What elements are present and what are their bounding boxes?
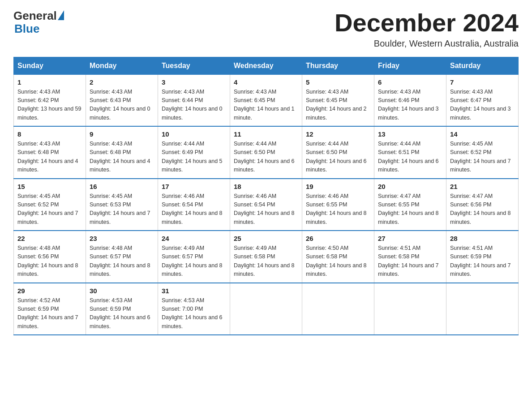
calendar-cell [374, 283, 446, 335]
weekday-header-thursday: Thursday [302, 57, 374, 74]
calendar-cell: 21Sunrise: 4:47 AMSunset: 6:56 PMDayligh… [446, 179, 519, 231]
calendar-cell: 2Sunrise: 4:43 AMSunset: 6:43 PMDaylight… [86, 74, 158, 126]
day-number: 25 [234, 235, 298, 242]
day-info: Sunrise: 4:43 AMSunset: 6:48 PMDaylight:… [90, 140, 154, 175]
calendar-cell [302, 283, 374, 335]
day-number: 3 [162, 78, 226, 86]
day-number: 23 [90, 235, 154, 242]
day-number: 14 [450, 130, 515, 138]
day-number: 9 [90, 130, 154, 138]
calendar-cell: 23Sunrise: 4:48 AMSunset: 6:57 PMDayligh… [86, 231, 158, 283]
logo-blue-text: Blue [14, 22, 39, 35]
day-number: 4 [234, 78, 298, 86]
day-info: Sunrise: 4:43 AMSunset: 6:46 PMDaylight:… [378, 88, 442, 123]
day-number: 27 [378, 235, 442, 242]
day-number: 6 [378, 78, 442, 86]
weekday-header-saturday: Saturday [446, 57, 519, 74]
day-number: 18 [234, 183, 298, 190]
day-info: Sunrise: 4:46 AMSunset: 6:54 PMDaylight:… [234, 192, 298, 227]
calendar-cell: 29Sunrise: 4:52 AMSunset: 6:59 PMDayligh… [14, 283, 86, 335]
calendar-cell: 7Sunrise: 4:43 AMSunset: 6:47 PMDaylight… [446, 74, 519, 126]
calendar-cell: 5Sunrise: 4:43 AMSunset: 6:45 PMDaylight… [302, 74, 374, 126]
weekday-header-tuesday: Tuesday [158, 57, 230, 74]
day-number: 8 [17, 130, 82, 138]
calendar-cell: 20Sunrise: 4:47 AMSunset: 6:55 PMDayligh… [374, 179, 446, 231]
calendar-cell: 19Sunrise: 4:46 AMSunset: 6:55 PMDayligh… [302, 179, 374, 231]
calendar-cell: 4Sunrise: 4:43 AMSunset: 6:45 PMDaylight… [230, 74, 302, 126]
calendar-header-row: SundayMondayTuesdayWednesdayThursdayFrid… [14, 57, 519, 74]
day-number: 24 [162, 235, 226, 242]
title-block: December 2024 Boulder, Western Australia… [335, 9, 519, 49]
calendar-cell: 24Sunrise: 4:49 AMSunset: 6:57 PMDayligh… [158, 231, 230, 283]
day-info: Sunrise: 4:47 AMSunset: 6:55 PMDaylight:… [378, 192, 442, 227]
calendar-cell: 28Sunrise: 4:51 AMSunset: 6:59 PMDayligh… [446, 231, 519, 283]
calendar-cell: 30Sunrise: 4:53 AMSunset: 6:59 PMDayligh… [86, 283, 158, 335]
day-info: Sunrise: 4:43 AMSunset: 6:48 PMDaylight:… [17, 140, 82, 175]
calendar-cell [446, 283, 519, 335]
day-info: Sunrise: 4:51 AMSunset: 6:59 PMDaylight:… [450, 244, 515, 279]
calendar-cell: 10Sunrise: 4:44 AMSunset: 6:49 PMDayligh… [158, 126, 230, 179]
day-info: Sunrise: 4:53 AMSunset: 7:00 PMDaylight:… [162, 296, 226, 331]
calendar-cell: 25Sunrise: 4:49 AMSunset: 6:58 PMDayligh… [230, 231, 302, 283]
calendar-cell: 13Sunrise: 4:44 AMSunset: 6:51 PMDayligh… [374, 126, 446, 179]
day-info: Sunrise: 4:43 AMSunset: 6:45 PMDaylight:… [234, 88, 298, 123]
calendar-cell: 18Sunrise: 4:46 AMSunset: 6:54 PMDayligh… [230, 179, 302, 231]
day-info: Sunrise: 4:47 AMSunset: 6:56 PMDaylight:… [450, 192, 515, 227]
day-info: Sunrise: 4:49 AMSunset: 6:58 PMDaylight:… [234, 244, 298, 279]
calendar-cell: 6Sunrise: 4:43 AMSunset: 6:46 PMDaylight… [374, 74, 446, 126]
day-info: Sunrise: 4:45 AMSunset: 6:52 PMDaylight:… [450, 140, 515, 175]
day-info: Sunrise: 4:44 AMSunset: 6:51 PMDaylight:… [378, 140, 442, 175]
day-number: 30 [90, 287, 154, 295]
day-number: 16 [90, 183, 154, 190]
day-info: Sunrise: 4:46 AMSunset: 6:54 PMDaylight:… [162, 192, 226, 227]
day-info: Sunrise: 4:45 AMSunset: 6:52 PMDaylight:… [17, 192, 82, 227]
logo-general-text: General [13, 9, 57, 23]
calendar-cell: 3Sunrise: 4:43 AMSunset: 6:44 PMDaylight… [158, 74, 230, 126]
weekday-header-sunday: Sunday [14, 57, 86, 74]
calendar-cell: 11Sunrise: 4:44 AMSunset: 6:50 PMDayligh… [230, 126, 302, 179]
day-number: 20 [378, 183, 442, 190]
calendar-cell [230, 283, 302, 335]
day-number: 11 [234, 130, 298, 138]
day-info: Sunrise: 4:43 AMSunset: 6:42 PMDaylight:… [17, 88, 82, 123]
calendar-cell: 17Sunrise: 4:46 AMSunset: 6:54 PMDayligh… [158, 179, 230, 231]
day-info: Sunrise: 4:53 AMSunset: 6:59 PMDaylight:… [90, 296, 154, 331]
day-info: Sunrise: 4:45 AMSunset: 6:53 PMDaylight:… [90, 192, 154, 227]
calendar-cell: 9Sunrise: 4:43 AMSunset: 6:48 PMDaylight… [86, 126, 158, 179]
calendar-week-row: 15Sunrise: 4:45 AMSunset: 6:52 PMDayligh… [14, 179, 519, 231]
calendar-cell: 12Sunrise: 4:44 AMSunset: 6:50 PMDayligh… [302, 126, 374, 179]
day-number: 10 [162, 130, 226, 138]
weekday-header-wednesday: Wednesday [230, 57, 302, 74]
day-info: Sunrise: 4:43 AMSunset: 6:43 PMDaylight:… [90, 88, 154, 123]
day-number: 26 [306, 235, 370, 242]
calendar-week-row: 29Sunrise: 4:52 AMSunset: 6:59 PMDayligh… [14, 283, 519, 335]
day-info: Sunrise: 4:48 AMSunset: 6:56 PMDaylight:… [17, 244, 82, 279]
day-number: 7 [450, 78, 515, 86]
day-info: Sunrise: 4:44 AMSunset: 6:50 PMDaylight:… [234, 140, 298, 175]
day-info: Sunrise: 4:44 AMSunset: 6:50 PMDaylight:… [306, 140, 370, 175]
day-info: Sunrise: 4:48 AMSunset: 6:57 PMDaylight:… [90, 244, 154, 279]
day-number: 2 [90, 78, 154, 86]
calendar-cell: 31Sunrise: 4:53 AMSunset: 7:00 PMDayligh… [158, 283, 230, 335]
day-number: 15 [17, 183, 82, 190]
day-number: 29 [17, 287, 82, 295]
day-number: 12 [306, 130, 370, 138]
page-header: General Blue December 2024 Boulder, West… [13, 9, 519, 49]
calendar-week-row: 22Sunrise: 4:48 AMSunset: 6:56 PMDayligh… [14, 231, 519, 283]
calendar-cell: 1Sunrise: 4:43 AMSunset: 6:42 PMDaylight… [14, 74, 86, 126]
day-number: 13 [378, 130, 442, 138]
calendar-cell: 26Sunrise: 4:50 AMSunset: 6:58 PMDayligh… [302, 231, 374, 283]
day-info: Sunrise: 4:52 AMSunset: 6:59 PMDaylight:… [17, 296, 82, 331]
day-number: 31 [162, 287, 226, 295]
day-number: 21 [450, 183, 515, 190]
day-number: 5 [306, 78, 370, 86]
day-info: Sunrise: 4:46 AMSunset: 6:55 PMDaylight:… [306, 192, 370, 227]
logo: General Blue [13, 9, 64, 36]
weekday-header-monday: Monday [86, 57, 158, 74]
day-number: 19 [306, 183, 370, 190]
logo-triangle-icon [58, 10, 64, 20]
day-number: 1 [17, 78, 82, 86]
day-info: Sunrise: 4:51 AMSunset: 6:58 PMDaylight:… [378, 244, 442, 279]
day-info: Sunrise: 4:43 AMSunset: 6:47 PMDaylight:… [450, 88, 515, 123]
calendar-cell: 27Sunrise: 4:51 AMSunset: 6:58 PMDayligh… [374, 231, 446, 283]
